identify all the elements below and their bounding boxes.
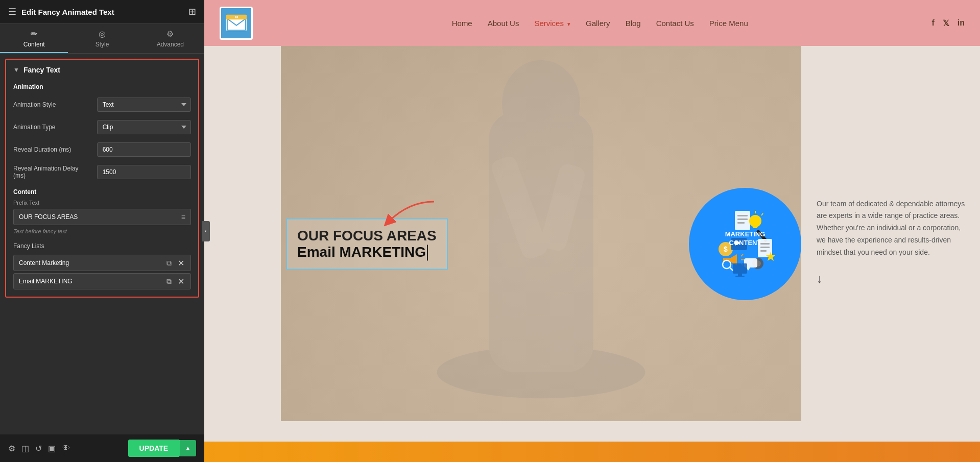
panel-footer: ⚙ ◫ ↺ ▣ 👁 UPDATE ▲ bbox=[0, 434, 204, 462]
update-button[interactable]: UPDATE bbox=[128, 440, 180, 457]
svg-rect-40 bbox=[738, 274, 742, 276]
red-arrow bbox=[378, 197, 439, 239]
item-1-actions: ⧉ ✕ bbox=[160, 256, 190, 270]
svg-rect-10 bbox=[735, 211, 750, 230]
preview-icon[interactable]: 👁 bbox=[62, 444, 70, 453]
copy-item-2-button[interactable]: ⧉ bbox=[164, 275, 174, 288]
svg-text:CONTENT: CONTENT bbox=[729, 239, 761, 247]
site-content: OUR FOCUS AREAS Email MARKETING bbox=[204, 46, 980, 442]
services-dropdown-arrow: ▾ bbox=[567, 21, 570, 27]
section-chevron-icon: ▼ bbox=[13, 66, 19, 74]
animation-style-label: Animation Style bbox=[13, 101, 92, 108]
text-cursor bbox=[427, 245, 428, 260]
nav-links: Home About Us Services ▾ Gallery Blog Co… bbox=[268, 19, 931, 28]
section-header[interactable]: ▼ Fancy Text bbox=[6, 60, 198, 79]
panel-tabs: ✏ Content ◎ Style ⚙ Advanced bbox=[0, 24, 204, 54]
tab-content[interactable]: ✏ Content bbox=[0, 24, 68, 53]
prefix-hint: Text before fancy text bbox=[6, 227, 198, 238]
fancy-list-input-1[interactable] bbox=[14, 255, 160, 271]
list-icon[interactable]: ≡ bbox=[176, 213, 190, 221]
prefix-text-label: Prefix Text bbox=[6, 198, 198, 207]
grid-icon[interactable]: ⊞ bbox=[188, 6, 196, 17]
responsive-icon[interactable]: ▣ bbox=[48, 444, 56, 453]
reveal-delay-input[interactable] bbox=[97, 165, 191, 179]
fancy-text-section: ▼ Fancy Text Animation Animation Style T… bbox=[5, 59, 199, 298]
animation-type-select[interactable]: Clip Typewriter Slide bbox=[97, 120, 191, 134]
layers-icon[interactable]: ◫ bbox=[21, 444, 29, 453]
svg-text:MARKETING: MARKETING bbox=[725, 230, 766, 238]
nav-link-gallery[interactable]: Gallery bbox=[586, 19, 610, 28]
content-section-label: Content bbox=[6, 183, 198, 198]
animation-group-label: Animation bbox=[6, 79, 198, 93]
content-tab-icon: ✏ bbox=[31, 29, 37, 39]
copy-item-1-button[interactable]: ⧉ bbox=[164, 257, 174, 270]
svg-point-5 bbox=[502, 60, 580, 147]
svg-rect-13 bbox=[737, 222, 745, 224]
update-dropdown-button[interactable]: ▲ bbox=[179, 440, 196, 456]
hero-description: Our team of dedicated & dependable attor… bbox=[817, 198, 970, 259]
site-nav: ✉ Home About Us Services ▾ Gallery Blog … bbox=[204, 0, 980, 46]
animation-type-row: Animation Type Clip Typewriter Slide bbox=[6, 116, 198, 138]
advanced-tab-icon: ⚙ bbox=[166, 29, 174, 39]
nav-link-blog[interactable]: Blog bbox=[626, 19, 641, 28]
collapse-handle[interactable]: ‹ bbox=[202, 221, 210, 241]
hamburger-icon[interactable]: ☰ bbox=[8, 6, 16, 17]
marketing-circle-wrapper: $ bbox=[684, 183, 806, 305]
logo-image: ✉ bbox=[226, 15, 247, 31]
panel-content: ▼ Fancy Text Animation Animation Style T… bbox=[0, 54, 204, 434]
reveal-duration-label: Reveal Duration (ms) bbox=[13, 146, 92, 153]
svg-text:✉: ✉ bbox=[235, 15, 238, 19]
twitter-icon[interactable]: 𝕏 bbox=[943, 18, 949, 28]
tab-style[interactable]: ◎ Style bbox=[68, 24, 136, 53]
update-btn-group: UPDATE ▲ bbox=[128, 440, 196, 457]
panel-title: Edit Fancy Animated Text bbox=[21, 8, 114, 16]
svg-rect-24 bbox=[760, 250, 767, 252]
nav-link-price[interactable]: Price Menu bbox=[709, 19, 748, 28]
left-editor-panel: ☰ Edit Fancy Animated Text ⊞ ✏ Content ◎… bbox=[0, 0, 204, 462]
tab-advanced[interactable]: ⚙ Advanced bbox=[136, 24, 204, 53]
focus-fancy-text: Email MARKETING bbox=[297, 244, 437, 260]
fancy-list-item: ⧉ ✕ bbox=[13, 273, 191, 289]
nav-social: f 𝕏 in bbox=[931, 18, 965, 28]
reveal-duration-input[interactable] bbox=[97, 142, 191, 157]
svg-rect-15 bbox=[753, 226, 757, 228]
hero-section: OUR FOCUS AREAS Email MARKETING bbox=[204, 46, 980, 442]
reveal-duration-row: Reveal Duration (ms) bbox=[6, 138, 198, 161]
delete-item-1-button[interactable]: ✕ bbox=[176, 256, 186, 270]
prefix-text-field: ≡ bbox=[13, 209, 191, 225]
svg-rect-23 bbox=[760, 247, 770, 248]
svg-rect-39 bbox=[733, 263, 747, 274]
svg-rect-12 bbox=[737, 218, 748, 220]
nav-link-contact[interactable]: Contact Us bbox=[656, 19, 694, 28]
animation-type-label: Animation Type bbox=[13, 124, 92, 131]
settings-icon[interactable]: ⚙ bbox=[8, 444, 15, 453]
delete-item-2-button[interactable]: ✕ bbox=[176, 275, 186, 288]
fancy-list-input-2[interactable] bbox=[14, 274, 160, 289]
animation-style-row: Animation Style Text Bounce Fade Slide bbox=[6, 93, 198, 116]
fancy-list-item: ⧉ ✕ bbox=[13, 255, 191, 271]
style-tab-icon: ◎ bbox=[99, 29, 106, 39]
svg-rect-41 bbox=[735, 276, 745, 277]
facebook-icon[interactable]: f bbox=[931, 18, 934, 28]
linkedin-icon[interactable]: in bbox=[958, 18, 965, 28]
svg-point-14 bbox=[749, 215, 761, 227]
svg-text:$: $ bbox=[724, 245, 728, 253]
item-2-actions: ⧉ ✕ bbox=[160, 275, 190, 288]
prefix-text-input[interactable] bbox=[14, 209, 176, 225]
svg-rect-22 bbox=[760, 243, 770, 245]
hero-right-text: Our team of dedicated & dependable attor… bbox=[817, 198, 970, 290]
svg-rect-11 bbox=[737, 215, 748, 216]
down-arrow-icon: ↓ bbox=[817, 269, 970, 290]
reveal-delay-row: Reveal Animation Delay (ms) bbox=[6, 161, 198, 183]
footer-icons: ⚙ ◫ ↺ ▣ 👁 bbox=[8, 444, 70, 453]
nav-link-services[interactable]: Services ▾ bbox=[534, 19, 570, 28]
nav-link-about[interactable]: About Us bbox=[488, 19, 519, 28]
section-title: Fancy Text bbox=[23, 66, 60, 74]
panel-header: ☰ Edit Fancy Animated Text ⊞ bbox=[0, 0, 204, 24]
history-icon[interactable]: ↺ bbox=[35, 444, 42, 453]
reveal-delay-label: Reveal Animation Delay (ms) bbox=[13, 165, 92, 179]
fancy-lists-label: Fancy Lists bbox=[6, 238, 198, 253]
site-logo: ✉ bbox=[220, 7, 253, 40]
animation-style-select[interactable]: Text Bounce Fade Slide bbox=[97, 98, 191, 112]
nav-link-home[interactable]: Home bbox=[452, 19, 472, 28]
